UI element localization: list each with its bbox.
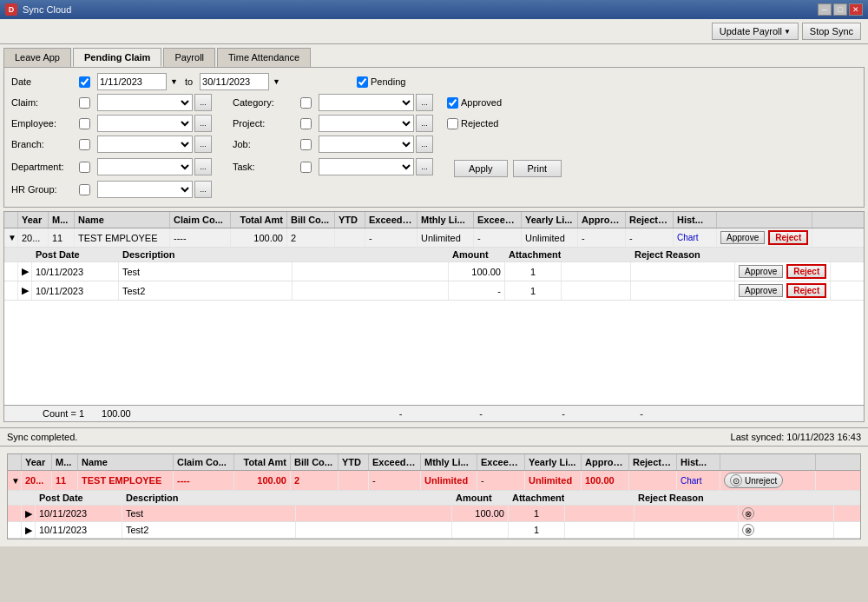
- bcol-mthyli: Mthly Li...: [421, 454, 477, 470]
- cell-exceedm: -: [365, 228, 418, 247]
- employee-label: Employee:: [11, 118, 72, 129]
- col-name-header: Name: [75, 212, 170, 228]
- job-dotdot-button[interactable]: ...: [416, 136, 433, 153]
- unreject-icon: ⊙: [730, 474, 742, 486]
- job-label: Job:: [233, 139, 293, 149]
- sub2-approve-button[interactable]: Approve: [739, 284, 783, 297]
- hrgroup-combo: ...: [97, 181, 212, 198]
- update-payroll-button[interactable]: Update Payroll ▼: [712, 23, 799, 40]
- category-select[interactable]: [319, 94, 414, 111]
- tab-time-attendance[interactable]: Time Attendance: [217, 48, 311, 67]
- hrgroup-select[interactable]: [97, 181, 193, 198]
- bcol-ytd: YTD: [339, 454, 369, 470]
- date-to-dropdown-icon[interactable]: ▼: [273, 77, 280, 86]
- hrgroup-row: HR Group: ...: [11, 181, 857, 198]
- filter-form: Date ▼ to ▼ Pending Claim:: [3, 67, 865, 208]
- dropdown-arrow-icon: ▼: [784, 28, 791, 36]
- sub-header-spacer2: [562, 248, 631, 261]
- department-checkbox[interactable]: [79, 162, 90, 173]
- project-dotdot-button[interactable]: ...: [416, 115, 433, 132]
- action-buttons: Apply Print: [454, 160, 562, 177]
- bottom-cell-billco: 2: [291, 471, 339, 490]
- tab-payroll[interactable]: Payroll: [163, 48, 215, 67]
- pending-checkbox[interactable]: [357, 76, 368, 88]
- job-combo: ...: [319, 136, 433, 153]
- sub-row-expander: [4, 262, 18, 281]
- branch-row: Branch: ... Job: ...: [11, 136, 857, 153]
- claim-dotdot-button[interactable]: ...: [194, 94, 212, 111]
- row-expander-icon[interactable]: ▼: [4, 228, 18, 247]
- claim-checkbox[interactable]: [79, 97, 90, 109]
- branch-checkbox[interactable]: [79, 139, 90, 150]
- reject-button[interactable]: Reject: [768, 230, 808, 245]
- sub-cell-desc: Test: [119, 262, 293, 281]
- cell-billco: 2: [287, 228, 335, 247]
- branch-dotdot-button[interactable]: ...: [194, 136, 212, 153]
- sub-cell-postdate: 10/11/2023: [32, 262, 119, 281]
- pending-check: Pending: [357, 76, 405, 88]
- bottom-cell-month: 11: [52, 471, 78, 490]
- hrgroup-dotdot-button[interactable]: ...: [194, 181, 212, 198]
- cell-rejecte: -: [626, 228, 674, 247]
- print-button[interactable]: Print: [513, 160, 562, 177]
- col-approve-header: Approve...: [578, 212, 626, 228]
- job-select[interactable]: [319, 136, 414, 153]
- job-checkbox[interactable]: [300, 139, 312, 150]
- bsub-header-amount: Amount: [452, 491, 509, 505]
- rejected-checkbox[interactable]: [447, 118, 458, 129]
- bsub-cell1-postdate: 10/11/2023: [36, 506, 122, 521]
- approved-label: Approved: [461, 97, 502, 108]
- category-dotdot-button[interactable]: ...: [416, 94, 433, 111]
- employee-checkbox[interactable]: [79, 118, 90, 129]
- department-dotdot-button[interactable]: ...: [194, 158, 212, 175]
- bottom-chart-link[interactable]: Chart: [681, 476, 701, 486]
- bottom-row-expander[interactable]: ▼: [8, 471, 22, 490]
- sub-reject-button[interactable]: Reject: [786, 264, 826, 279]
- bsub-row1-action-icon[interactable]: ⊗: [742, 507, 754, 519]
- chart-link[interactable]: Chart: [677, 233, 698, 242]
- approved-check: Approved: [447, 97, 502, 109]
- task-select[interactable]: [319, 158, 414, 175]
- branch-select[interactable]: [97, 136, 193, 153]
- tab-leave-app[interactable]: Leave App: [3, 48, 71, 67]
- app-title: Sync Cloud: [23, 4, 71, 15]
- project-checkbox[interactable]: [300, 118, 312, 129]
- sub-header-actions: [735, 248, 831, 261]
- bsub-row2-action-icon[interactable]: ⊗: [742, 524, 754, 536]
- date-from-input[interactable]: [97, 73, 167, 90]
- apply-button[interactable]: Apply: [454, 160, 508, 177]
- grid-footer: Count = 1 100.00 - - - -: [4, 405, 864, 421]
- date-from-field: ▼: [97, 73, 178, 90]
- sub-approve-button[interactable]: Approve: [739, 265, 783, 278]
- bsub-header-attach: Attachments: [509, 491, 565, 505]
- employee-select[interactable]: [97, 115, 193, 132]
- claim-row: Claim: ... Category: ... Approved: [11, 94, 857, 111]
- hrgroup-checkbox[interactable]: [79, 184, 90, 195]
- department-select[interactable]: [97, 158, 193, 175]
- unreject-button[interactable]: ⊙ Unreject: [724, 473, 783, 488]
- project-select[interactable]: [319, 115, 414, 132]
- approved-checkbox[interactable]: [447, 97, 458, 109]
- date-to-input[interactable]: [200, 73, 269, 90]
- cell-year: 20...: [18, 228, 49, 247]
- close-button[interactable]: ✕: [849, 3, 863, 16]
- date-from-dropdown-icon[interactable]: ▼: [170, 77, 178, 86]
- cell-approve: -: [578, 228, 626, 247]
- bsub-row2-indent: ▶: [22, 522, 36, 538]
- sub-row2-indent: ▶: [18, 281, 32, 300]
- approve-button[interactable]: Approve: [720, 231, 765, 244]
- task-dotdot-button[interactable]: ...: [416, 158, 433, 175]
- maximize-button[interactable]: □: [833, 3, 847, 16]
- employee-dotdot-button[interactable]: ...: [194, 115, 212, 132]
- claim-select[interactable]: [97, 94, 193, 111]
- tab-pending-claim[interactable]: Pending Claim: [73, 48, 161, 67]
- main-grid: Year M... Name Claim Co... Total Amt Bil…: [3, 211, 865, 422]
- sub-header-indent: [18, 248, 32, 261]
- category-checkbox[interactable]: [300, 97, 312, 109]
- sub2-reject-button[interactable]: Reject: [786, 283, 826, 298]
- minimize-button[interactable]: ─: [818, 3, 832, 16]
- date-checkbox[interactable]: [79, 76, 90, 88]
- category-combo: ...: [319, 94, 433, 111]
- task-checkbox[interactable]: [300, 162, 312, 173]
- stop-sync-button[interactable]: Stop Sync: [802, 23, 861, 40]
